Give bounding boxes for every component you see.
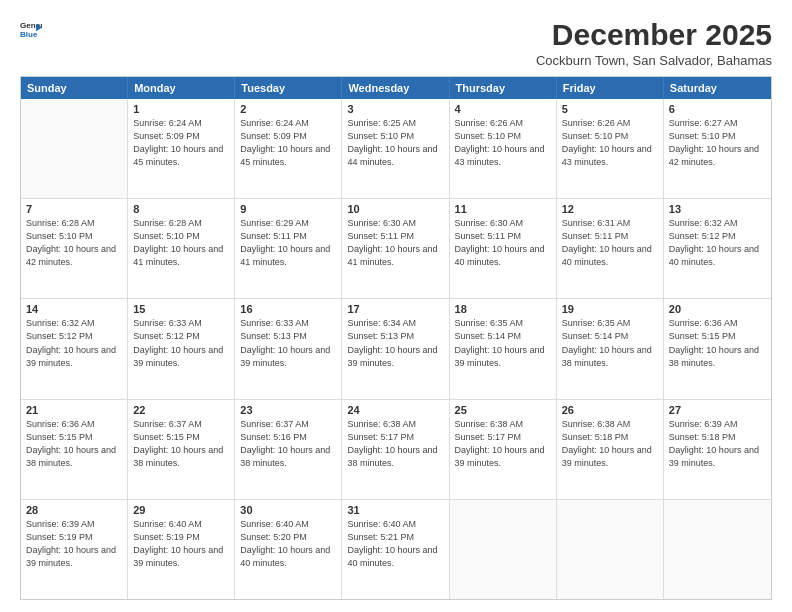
calendar-cell: 2Sunrise: 6:24 AM Sunset: 5:09 PM Daylig… [235, 99, 342, 198]
day-of-week-header: Friday [557, 77, 664, 99]
calendar-week-row: 28Sunrise: 6:39 AM Sunset: 5:19 PM Dayli… [21, 499, 771, 599]
calendar-cell: 14Sunrise: 6:32 AM Sunset: 5:12 PM Dayli… [21, 299, 128, 398]
cell-details: Sunrise: 6:36 AM Sunset: 5:15 PM Dayligh… [26, 418, 122, 470]
day-number: 15 [133, 303, 229, 315]
day-of-week-header: Thursday [450, 77, 557, 99]
cell-details: Sunrise: 6:31 AM Sunset: 5:11 PM Dayligh… [562, 217, 658, 269]
cell-details: Sunrise: 6:24 AM Sunset: 5:09 PM Dayligh… [240, 117, 336, 169]
day-number: 5 [562, 103, 658, 115]
calendar-week-row: 14Sunrise: 6:32 AM Sunset: 5:12 PM Dayli… [21, 298, 771, 398]
month-title: December 2025 [536, 18, 772, 51]
calendar-cell: 31Sunrise: 6:40 AM Sunset: 5:21 PM Dayli… [342, 500, 449, 599]
calendar-cell: 30Sunrise: 6:40 AM Sunset: 5:20 PM Dayli… [235, 500, 342, 599]
day-number: 4 [455, 103, 551, 115]
calendar-cell: 1Sunrise: 6:24 AM Sunset: 5:09 PM Daylig… [128, 99, 235, 198]
calendar-cell: 11Sunrise: 6:30 AM Sunset: 5:11 PM Dayli… [450, 199, 557, 298]
logo: General Blue [20, 18, 42, 40]
calendar-cell: 27Sunrise: 6:39 AM Sunset: 5:18 PM Dayli… [664, 400, 771, 499]
day-number: 19 [562, 303, 658, 315]
day-of-week-header: Monday [128, 77, 235, 99]
cell-details: Sunrise: 6:24 AM Sunset: 5:09 PM Dayligh… [133, 117, 229, 169]
cell-details: Sunrise: 6:35 AM Sunset: 5:14 PM Dayligh… [455, 317, 551, 369]
cell-details: Sunrise: 6:25 AM Sunset: 5:10 PM Dayligh… [347, 117, 443, 169]
cell-details: Sunrise: 6:36 AM Sunset: 5:15 PM Dayligh… [669, 317, 766, 369]
calendar-cell: 10Sunrise: 6:30 AM Sunset: 5:11 PM Dayli… [342, 199, 449, 298]
calendar-cell: 5Sunrise: 6:26 AM Sunset: 5:10 PM Daylig… [557, 99, 664, 198]
location: Cockburn Town, San Salvador, Bahamas [536, 53, 772, 68]
calendar-cell: 15Sunrise: 6:33 AM Sunset: 5:12 PM Dayli… [128, 299, 235, 398]
cell-details: Sunrise: 6:33 AM Sunset: 5:12 PM Dayligh… [133, 317, 229, 369]
day-number: 31 [347, 504, 443, 516]
calendar-cell: 6Sunrise: 6:27 AM Sunset: 5:10 PM Daylig… [664, 99, 771, 198]
day-number: 21 [26, 404, 122, 416]
cell-details: Sunrise: 6:38 AM Sunset: 5:18 PM Dayligh… [562, 418, 658, 470]
cell-details: Sunrise: 6:34 AM Sunset: 5:13 PM Dayligh… [347, 317, 443, 369]
day-number: 27 [669, 404, 766, 416]
calendar: SundayMondayTuesdayWednesdayThursdayFrid… [20, 76, 772, 600]
cell-details: Sunrise: 6:26 AM Sunset: 5:10 PM Dayligh… [562, 117, 658, 169]
cell-details: Sunrise: 6:26 AM Sunset: 5:10 PM Dayligh… [455, 117, 551, 169]
header: General Blue December 2025 Cockburn Town… [20, 18, 772, 68]
calendar-cell [21, 99, 128, 198]
page: General Blue December 2025 Cockburn Town… [0, 0, 792, 612]
cell-details: Sunrise: 6:40 AM Sunset: 5:21 PM Dayligh… [347, 518, 443, 570]
cell-details: Sunrise: 6:33 AM Sunset: 5:13 PM Dayligh… [240, 317, 336, 369]
day-number: 6 [669, 103, 766, 115]
calendar-cell: 18Sunrise: 6:35 AM Sunset: 5:14 PM Dayli… [450, 299, 557, 398]
cell-details: Sunrise: 6:37 AM Sunset: 5:16 PM Dayligh… [240, 418, 336, 470]
cell-details: Sunrise: 6:37 AM Sunset: 5:15 PM Dayligh… [133, 418, 229, 470]
day-number: 9 [240, 203, 336, 215]
day-number: 23 [240, 404, 336, 416]
calendar-cell: 21Sunrise: 6:36 AM Sunset: 5:15 PM Dayli… [21, 400, 128, 499]
day-number: 16 [240, 303, 336, 315]
calendar-cell: 4Sunrise: 6:26 AM Sunset: 5:10 PM Daylig… [450, 99, 557, 198]
cell-details: Sunrise: 6:40 AM Sunset: 5:20 PM Dayligh… [240, 518, 336, 570]
day-number: 22 [133, 404, 229, 416]
day-number: 29 [133, 504, 229, 516]
calendar-cell [450, 500, 557, 599]
cell-details: Sunrise: 6:35 AM Sunset: 5:14 PM Dayligh… [562, 317, 658, 369]
cell-details: Sunrise: 6:40 AM Sunset: 5:19 PM Dayligh… [133, 518, 229, 570]
day-number: 26 [562, 404, 658, 416]
day-of-week-header: Saturday [664, 77, 771, 99]
calendar-cell: 7Sunrise: 6:28 AM Sunset: 5:10 PM Daylig… [21, 199, 128, 298]
day-of-week-header: Tuesday [235, 77, 342, 99]
calendar-cell: 28Sunrise: 6:39 AM Sunset: 5:19 PM Dayli… [21, 500, 128, 599]
calendar-cell [664, 500, 771, 599]
day-number: 30 [240, 504, 336, 516]
calendar-cell: 17Sunrise: 6:34 AM Sunset: 5:13 PM Dayli… [342, 299, 449, 398]
cell-details: Sunrise: 6:38 AM Sunset: 5:17 PM Dayligh… [347, 418, 443, 470]
calendar-cell: 12Sunrise: 6:31 AM Sunset: 5:11 PM Dayli… [557, 199, 664, 298]
calendar-header: SundayMondayTuesdayWednesdayThursdayFrid… [21, 77, 771, 99]
calendar-cell: 3Sunrise: 6:25 AM Sunset: 5:10 PM Daylig… [342, 99, 449, 198]
day-number: 28 [26, 504, 122, 516]
cell-details: Sunrise: 6:30 AM Sunset: 5:11 PM Dayligh… [347, 217, 443, 269]
calendar-cell: 13Sunrise: 6:32 AM Sunset: 5:12 PM Dayli… [664, 199, 771, 298]
calendar-cell: 29Sunrise: 6:40 AM Sunset: 5:19 PM Dayli… [128, 500, 235, 599]
cell-details: Sunrise: 6:29 AM Sunset: 5:11 PM Dayligh… [240, 217, 336, 269]
day-number: 17 [347, 303, 443, 315]
calendar-cell: 24Sunrise: 6:38 AM Sunset: 5:17 PM Dayli… [342, 400, 449, 499]
calendar-cell: 23Sunrise: 6:37 AM Sunset: 5:16 PM Dayli… [235, 400, 342, 499]
day-number: 20 [669, 303, 766, 315]
day-number: 18 [455, 303, 551, 315]
day-number: 14 [26, 303, 122, 315]
day-number: 1 [133, 103, 229, 115]
calendar-cell: 8Sunrise: 6:28 AM Sunset: 5:10 PM Daylig… [128, 199, 235, 298]
calendar-cell: 9Sunrise: 6:29 AM Sunset: 5:11 PM Daylig… [235, 199, 342, 298]
calendar-cell: 16Sunrise: 6:33 AM Sunset: 5:13 PM Dayli… [235, 299, 342, 398]
cell-details: Sunrise: 6:27 AM Sunset: 5:10 PM Dayligh… [669, 117, 766, 169]
day-of-week-header: Wednesday [342, 77, 449, 99]
day-number: 7 [26, 203, 122, 215]
cell-details: Sunrise: 6:32 AM Sunset: 5:12 PM Dayligh… [669, 217, 766, 269]
cell-details: Sunrise: 6:39 AM Sunset: 5:19 PM Dayligh… [26, 518, 122, 570]
cell-details: Sunrise: 6:39 AM Sunset: 5:18 PM Dayligh… [669, 418, 766, 470]
calendar-cell [557, 500, 664, 599]
day-of-week-header: Sunday [21, 77, 128, 99]
calendar-week-row: 21Sunrise: 6:36 AM Sunset: 5:15 PM Dayli… [21, 399, 771, 499]
day-number: 11 [455, 203, 551, 215]
cell-details: Sunrise: 6:32 AM Sunset: 5:12 PM Dayligh… [26, 317, 122, 369]
title-block: December 2025 Cockburn Town, San Salvado… [536, 18, 772, 68]
calendar-cell: 22Sunrise: 6:37 AM Sunset: 5:15 PM Dayli… [128, 400, 235, 499]
cell-details: Sunrise: 6:28 AM Sunset: 5:10 PM Dayligh… [26, 217, 122, 269]
